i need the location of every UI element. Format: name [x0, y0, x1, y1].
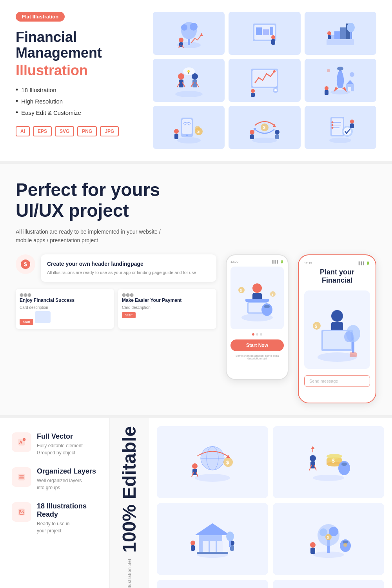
svg-point-61: [195, 126, 200, 131]
svg-rect-91: [245, 299, 269, 302]
svg-point-122: [195, 474, 230, 482]
svg-text:$: $: [327, 535, 329, 539]
svg-point-26: [175, 91, 203, 97]
svg-point-3: [181, 24, 187, 31]
svg-rect-169: [310, 548, 315, 554]
section2-description: All illustration are ready to be impleme…: [16, 227, 165, 245]
feature-full-vector: A ↗ Full Vector Fully editable element G…: [12, 432, 98, 456]
svg-text:💡: 💡: [187, 70, 191, 74]
svg-point-4: [190, 23, 198, 31]
dollar-icon: $: [16, 254, 35, 274]
feature-item: Easy Edit & Customize: [16, 109, 141, 117]
svg-marker-150: [195, 523, 230, 535]
svg-rect-85: [350, 123, 354, 128]
product-title: Financial Management: [16, 29, 141, 60]
svg-text:A: A: [19, 440, 22, 445]
svg-rect-151: [203, 541, 209, 553]
svg-point-140: [310, 455, 316, 461]
format-ai: AI: [16, 126, 30, 136]
svg-point-127: [192, 463, 198, 469]
svg-text:$: $: [226, 459, 229, 465]
svg-text:$: $: [240, 289, 242, 292]
svg-point-73: [329, 138, 351, 143]
svg-rect-147: [341, 463, 347, 466]
bottom-illus-4: $: [273, 503, 384, 575]
svg-point-134: [313, 475, 344, 481]
vector-icon: A ↗: [12, 432, 31, 452]
svg-point-45: [337, 67, 343, 71]
svg-rect-52: [348, 87, 351, 91]
svg-text:$: $: [315, 324, 317, 328]
bottom-illus-grid: $ $: [157, 426, 384, 588]
svg-rect-156: [191, 545, 195, 551]
feature-organized-layers: Organized Layers Well organized layers i…: [12, 467, 98, 491]
svg-rect-117: [19, 477, 24, 478]
phone-message-input[interactable]: Send message: [304, 375, 370, 387]
svg-point-155: [191, 541, 195, 545]
svg-rect-118: [19, 478, 24, 479]
feature-list-section: A ↗ Full Vector Fully editable element G…: [0, 418, 110, 588]
illustration-2: [229, 12, 300, 55]
svg-point-58: [186, 134, 188, 136]
format-png: PNG: [77, 126, 97, 136]
editable-big-text: 100% Editable: [120, 426, 139, 553]
phone-start-btn[interactable]: Start Now: [230, 339, 284, 351]
illustration-5: [229, 59, 300, 102]
svg-text:$: $: [332, 457, 335, 464]
svg-point-64: [252, 138, 277, 143]
phone-illustration: $ $: [230, 267, 284, 329]
phone-center-mockup: 12:00 ▌▌▌ 🔋 $: [226, 254, 289, 380]
bottom-illus-5: [157, 580, 268, 588]
svg-point-101: [331, 310, 343, 322]
svg-rect-152: [210, 541, 216, 553]
svg-point-53: [325, 86, 328, 90]
svg-text:$: $: [24, 261, 27, 267]
svg-rect-70: [275, 134, 279, 139]
svg-marker-51: [346, 80, 354, 84]
svg-point-81: [332, 127, 334, 129]
svg-rect-14: [270, 27, 273, 35]
small-card-2: ⬤⬤⬤ —— Make Easier Your Payment Card des…: [118, 289, 216, 329]
svg-rect-23: [328, 35, 331, 39]
phone-mockup-center: 12:00 ▌▌▌ 🔋 $: [226, 254, 289, 380]
phone-dots: [230, 333, 284, 336]
small-card-1: ⬤⬤⬤ —— Enjoy Financial Success Card desc…: [16, 289, 114, 329]
svg-rect-20: [340, 27, 346, 39]
svg-rect-57: [182, 119, 192, 134]
svg-rect-16: [271, 39, 275, 45]
svg-rect-128: [192, 469, 197, 475]
phone-large-illustration: $: [304, 290, 370, 369]
svg-point-5: [179, 38, 183, 42]
section3-features: A ↗ Full Vector Fully editable element G…: [0, 418, 392, 588]
format-badges: AI EPS SVG PNG JPG: [16, 126, 141, 136]
svg-rect-116: [19, 475, 24, 476]
svg-point-43: [274, 89, 277, 91]
illustration-4: 💡: [153, 59, 225, 102]
svg-rect-110: [350, 352, 357, 357]
svg-point-55: [177, 137, 201, 143]
landing-card: Create your own header landingpage All i…: [41, 254, 216, 282]
section2-title: Perfect for yours UI/UX project: [16, 180, 376, 221]
section3-illustration-grid: $ $: [149, 418, 392, 588]
flat-badge: Flat Illustration: [16, 12, 65, 22]
svg-point-160: [226, 532, 234, 541]
svg-point-172: [343, 543, 347, 547]
svg-rect-68: [250, 134, 254, 139]
small-cards-row: ⬤⬤⬤ —— Enjoy Financial Success Card desc…: [16, 289, 216, 329]
phone-large-mockup: 12:19 ▌▌▌ 🔋 Plant your Financial: [298, 254, 376, 403]
svg-rect-54: [325, 90, 328, 95]
layers-icon: [12, 467, 31, 487]
bottom-illus-2: $: [273, 426, 384, 498]
svg-point-15: [271, 35, 275, 39]
svg-point-79: [332, 122, 334, 123]
svg-rect-63: [174, 134, 178, 139]
svg-point-80: [332, 124, 334, 126]
feature-item: High Resolution: [16, 97, 141, 105]
illustration-3: [305, 12, 376, 55]
phone-large-status: 12:19 ▌▌▌ 🔋: [304, 261, 370, 265]
svg-marker-145: [311, 446, 315, 449]
svg-point-84: [350, 120, 354, 123]
svg-point-48: [327, 69, 330, 72]
svg-point-69: [275, 130, 279, 134]
svg-rect-41: [251, 93, 255, 97]
